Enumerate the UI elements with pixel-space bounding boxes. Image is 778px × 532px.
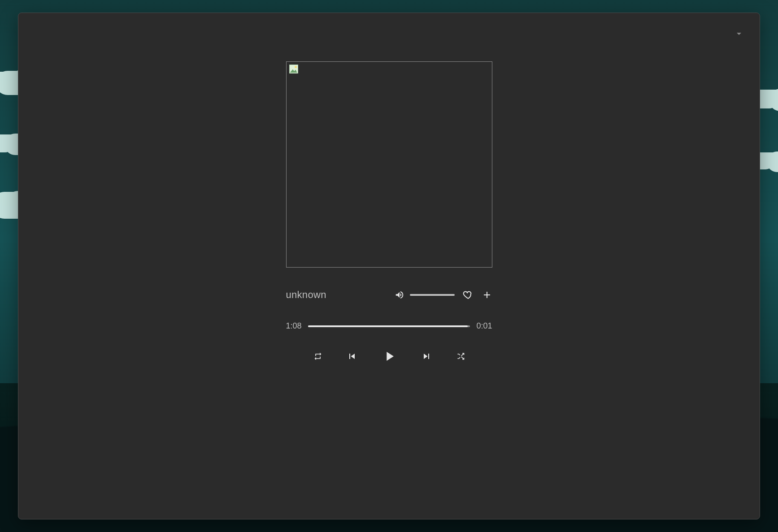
skip-next-icon	[421, 351, 432, 362]
shuffle-icon	[456, 352, 465, 361]
player-content: unknown 1:08 0:01	[286, 61, 492, 364]
play-button[interactable]	[382, 349, 397, 364]
time-elapsed: 1:08	[286, 321, 302, 331]
broken-image-icon	[289, 65, 298, 74]
album-art	[286, 61, 492, 268]
skip-previous-icon	[347, 351, 357, 362]
shuffle-button[interactable]	[456, 352, 465, 361]
heart-icon	[463, 290, 474, 300]
add-button[interactable]	[482, 290, 492, 300]
collapse-button[interactable]	[731, 26, 747, 42]
chevron-down-icon	[734, 28, 744, 39]
volume-icon[interactable]	[395, 290, 404, 300]
playback-controls	[286, 349, 492, 364]
play-icon	[382, 349, 397, 364]
track-title: unknown	[286, 289, 387, 301]
repeat-button[interactable]	[313, 352, 322, 361]
time-remaining: 0:01	[476, 321, 492, 331]
volume-control[interactable]	[395, 290, 455, 300]
volume-slider[interactable]	[410, 294, 455, 296]
favorite-button[interactable]	[463, 290, 474, 300]
progress-slider[interactable]	[308, 325, 470, 327]
repeat-icon	[313, 352, 322, 361]
next-button[interactable]	[421, 351, 432, 362]
music-player-window: unknown 1:08 0:01	[18, 13, 760, 519]
previous-button[interactable]	[347, 351, 357, 362]
plus-icon	[482, 290, 492, 300]
